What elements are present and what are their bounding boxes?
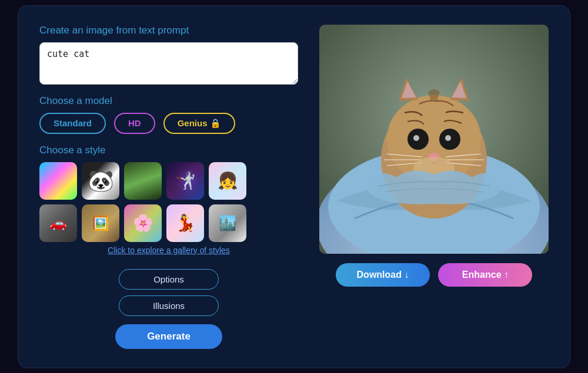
left-panel: Create an image from text prompt cute ca…: [39, 25, 298, 349]
style-forest[interactable]: [124, 162, 162, 200]
style-sketch[interactable]: 🏙️: [209, 204, 246, 242]
generate-button[interactable]: Generate: [115, 324, 222, 349]
svg-point-12: [445, 135, 451, 141]
download-button[interactable]: Download ↓: [336, 263, 430, 287]
options-row: Options Illusions Generate: [39, 269, 298, 349]
model-buttons: Standard HD Genius 🔒: [39, 113, 298, 134]
app-container: Create an image from text prompt cute ca…: [18, 5, 570, 368]
model-label: Choose a model: [39, 95, 298, 107]
style-anime[interactable]: 👧: [209, 162, 246, 200]
style-grid: 🐼 🤺 👧 🚗 🖼️ 🌸 💃: [39, 162, 298, 242]
svg-point-11: [413, 135, 419, 141]
gallery-link[interactable]: Click to explore a gallery of styles: [39, 246, 298, 255]
options-button[interactable]: Options: [119, 269, 219, 290]
right-panel: Download ↓ Enhance ↑: [319, 25, 549, 349]
style-panda[interactable]: 🐼: [82, 162, 119, 200]
style-colorful[interactable]: [39, 162, 77, 200]
image-actions: Download ↓ Enhance ↑: [336, 263, 533, 287]
model-hd-button[interactable]: HD: [114, 113, 155, 134]
cat-svg: [319, 25, 549, 254]
style-label: Choose a style: [39, 145, 298, 156]
style-section: Choose a style 🐼 🤺 👧 🚗 🖼️: [39, 145, 298, 255]
model-standard-button[interactable]: Standard: [39, 113, 106, 134]
model-genius-button[interactable]: Genius 🔒: [163, 113, 235, 134]
style-ballet[interactable]: 💃: [166, 204, 204, 242]
illusions-button[interactable]: Illusions: [119, 295, 219, 316]
prompt-input[interactable]: cute cat: [39, 42, 298, 85]
prompt-label: Create an image from text prompt: [39, 25, 298, 36]
model-section: Choose a model Standard HD Genius 🔒: [39, 95, 298, 134]
enhance-button[interactable]: Enhance ↑: [438, 263, 532, 287]
style-mona[interactable]: 🖼️: [82, 204, 119, 242]
style-dark[interactable]: 🤺: [166, 162, 204, 200]
generated-image: [319, 25, 549, 254]
style-flower[interactable]: 🌸: [124, 204, 162, 242]
style-vintage[interactable]: 🚗: [39, 204, 77, 242]
